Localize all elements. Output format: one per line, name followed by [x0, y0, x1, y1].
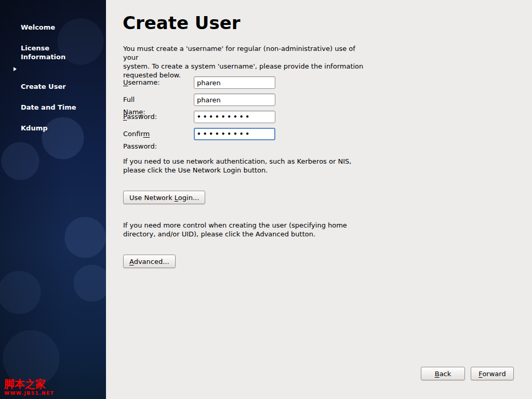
advanced-info-text: If you need more control when creating t…	[123, 221, 370, 238]
current-step-arrow-icon	[14, 67, 17, 71]
button-text: ack	[440, 370, 451, 378]
username-input[interactable]	[194, 76, 275, 89]
button-text: Use Network	[129, 194, 175, 202]
network-auth-text: If you need to use network authenticatio…	[123, 157, 370, 175]
label-text: Password:	[123, 142, 157, 150]
sidebar-item-welcome: Welcome	[0, 14, 106, 32]
confirm-password-input[interactable]	[194, 128, 275, 140]
button-mnemonic: B	[435, 370, 440, 378]
forward-button[interactable]: Forward	[471, 367, 514, 380]
button-mnemonic: A	[129, 258, 134, 265]
watermark: 脚本之家 WWW.JB51.NET	[4, 379, 54, 396]
label-mnemonic: m	[143, 130, 150, 138]
confirm-password-label: Confirm Password:	[123, 128, 157, 153]
sidebar-item-kdump: Kdump	[0, 115, 106, 132]
advanced-button[interactable]: Advanced...	[123, 255, 176, 268]
username-label: Username:	[123, 76, 160, 89]
sidebar-item-label: License Information	[21, 44, 65, 61]
back-button[interactable]: Back	[421, 367, 465, 380]
sidebar-item-create-user: Create User	[0, 64, 106, 91]
watermark-url-text: WWW.JB51.NET	[4, 391, 54, 396]
wizard-steps-sidebar: Welcome License Information Create User …	[0, 0, 106, 399]
button-text: orward	[482, 370, 506, 378]
wizard-step-list: Welcome License Information Create User …	[0, 0, 106, 132]
sidebar-item-label: Date and Time	[21, 103, 76, 111]
button-text: ogin...	[178, 194, 199, 202]
intro-text: You must create a 'username' for regular…	[123, 44, 370, 79]
sidebar-item-label: Kdump	[21, 124, 48, 132]
full-name-input[interactable]	[194, 94, 275, 106]
create-user-page: Create User You must create a 'username'…	[106, 0, 532, 399]
firstboot-wizard-window: Welcome License Information Create User …	[0, 0, 532, 399]
watermark-logo-text: 脚本之家	[4, 379, 54, 390]
use-network-login-button[interactable]: Use Network Login...	[123, 191, 205, 204]
sidebar-item-label: Create User	[21, 83, 66, 90]
label-text: Confir	[123, 130, 143, 138]
password-label: Password:	[123, 111, 157, 123]
sidebar-item-license-information: License Information	[0, 35, 106, 61]
label-text: assword:	[127, 113, 157, 121]
button-mnemonic: L	[175, 194, 178, 202]
sidebar-item-date-and-time: Date and Time	[0, 94, 106, 112]
page-title: Create User	[123, 12, 241, 33]
label-text: sername:	[128, 78, 160, 86]
button-text: dvanced...	[134, 258, 169, 265]
password-input[interactable]	[194, 111, 275, 123]
label-mnemonic: U	[123, 78, 128, 86]
sidebar-item-label: Welcome	[21, 23, 55, 31]
